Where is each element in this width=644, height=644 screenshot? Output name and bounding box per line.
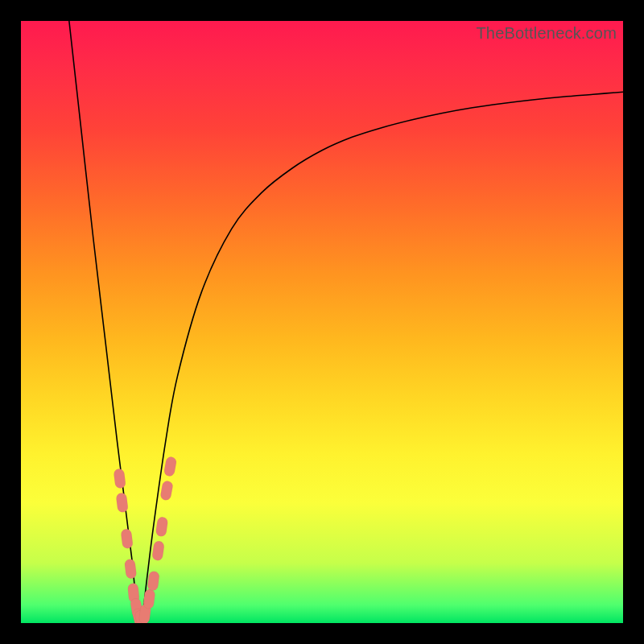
plot-area: TheBottleneck.com [21,21,623,623]
svg-rect-9 [142,588,155,609]
marker-point [147,571,160,591]
chart-svg [21,21,623,623]
marker-point [159,480,173,501]
svg-rect-11 [151,540,164,561]
chart-frame: TheBottleneck.com [0,0,644,644]
marker-point [151,540,164,561]
marker-point [124,559,137,579]
marker-point [142,588,155,609]
svg-rect-12 [155,517,168,538]
svg-rect-2 [121,529,134,549]
marker-point [116,493,129,513]
marker-point [163,456,177,477]
curve-curve [69,21,623,623]
svg-rect-13 [159,480,173,501]
svg-rect-0 [114,469,126,489]
marker-point [114,469,126,489]
svg-rect-3 [124,559,137,579]
marker-point [155,517,168,538]
svg-rect-10 [147,571,160,591]
svg-rect-14 [163,456,177,477]
marker-point [121,529,134,549]
svg-rect-1 [116,493,129,513]
